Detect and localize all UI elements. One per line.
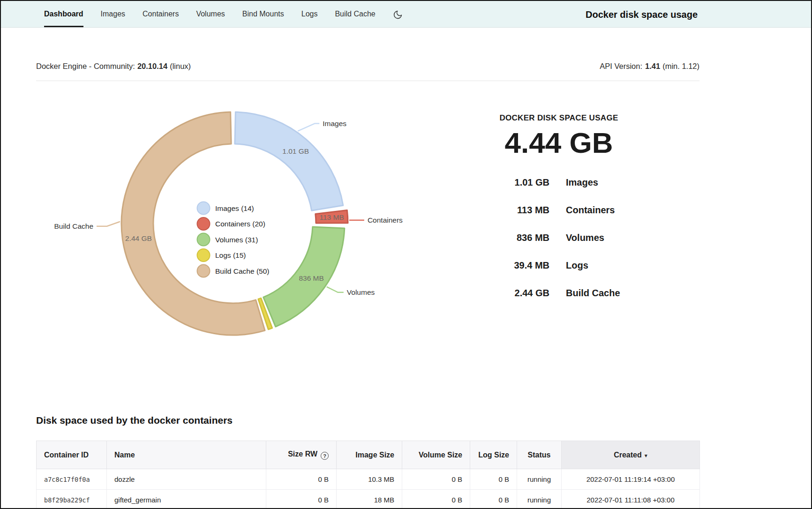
api-version: 1.41: [645, 62, 660, 70]
col-header-name[interactable]: Name: [107, 441, 266, 469]
segment-size-label: 2.44 GB: [125, 234, 152, 242]
table-row: b8f29ba229cfgifted_germain0 B18 MB0 B0 B…: [37, 490, 700, 509]
docker-disk-usage-page: DashboardImagesContainersVolumesBind Mou…: [0, 0, 812, 509]
cell-log-size: 0 B: [470, 469, 517, 490]
summary-rows: 1.01 GBImages113 MBContainers836 MBVolum…: [470, 175, 648, 300]
theme-toggle-button[interactable]: [393, 1, 403, 27]
summary-label: Build Cache: [566, 286, 620, 300]
legend-label-logs: Logs (15): [215, 251, 246, 259]
legend-swatch-containers: [197, 217, 210, 230]
callout-line-images: [298, 124, 319, 131]
engine-label: Docker Engine - Community:: [36, 62, 135, 71]
cell-image-size: 10.3 MB: [337, 469, 402, 490]
callout-line-build-cache: [97, 222, 120, 226]
app-title: Docker disk space usage: [586, 1, 698, 27]
cell-log-size: 0 B: [470, 490, 517, 509]
callout-label-images: Images: [323, 120, 346, 127]
summary-label: Containers: [566, 203, 615, 217]
col-header-log-size[interactable]: Log Size: [470, 441, 517, 469]
summary-label: Logs: [566, 258, 588, 272]
legend-swatch-volumes: [197, 233, 210, 246]
cell-size-rw: 0 B: [266, 490, 337, 509]
table-heading: Disk space used by the docker containers: [36, 413, 233, 427]
tab-build-cache[interactable]: Build Cache: [335, 1, 375, 27]
legend-label-build-cache: Build Cache (50): [215, 267, 269, 275]
tab-bind-mounts[interactable]: Bind Mounts: [242, 1, 284, 27]
callout-label-volumes: Volumes: [347, 288, 375, 296]
cell-container-id: a7c8c17f0f0a: [37, 469, 107, 490]
callout-line-volumes: [327, 287, 344, 292]
table-row: a7c8c17f0f0adozzle0 B10.3 MB0 B0 Brunnin…: [37, 469, 700, 490]
cell-size-rw: 0 B: [266, 469, 337, 490]
tab-volumes[interactable]: Volumes: [196, 1, 225, 27]
engine-info-row: Docker Engine - Community: 20.10.14 (lin…: [36, 58, 699, 74]
api-label: API Version:: [600, 62, 642, 70]
top-nav-bar: DashboardImagesContainersVolumesBind Mou…: [1, 1, 811, 28]
tab-images[interactable]: Images: [101, 1, 125, 27]
summary-value: 2.44 GB: [470, 286, 549, 300]
help-icon[interactable]: ?: [321, 452, 329, 460]
cell-name: gifted_germain: [107, 490, 266, 509]
cell-status: running: [517, 469, 562, 490]
col-header-label: Name: [114, 451, 135, 459]
col-header-label: Volume Size: [419, 451, 462, 459]
summary-value: 39.4 MB: [470, 258, 549, 272]
col-header-volume-size[interactable]: Volume Size: [402, 441, 470, 469]
api-min: (min. 1.12): [662, 62, 699, 70]
col-header-label: Log Size: [478, 451, 509, 459]
summary-row-build-cache: 2.44 GBBuild Cache: [470, 286, 648, 300]
cell-status: running: [517, 490, 562, 509]
moon-icon: [393, 10, 403, 20]
summary-row-volumes: 836 MBVolumes: [470, 231, 648, 245]
summary-total: 4.44 GB: [470, 127, 648, 159]
col-header-label: Status: [528, 451, 551, 459]
legend-swatch-images: [197, 202, 210, 215]
summary-label: Images: [566, 175, 598, 189]
col-header-label: Created: [614, 451, 642, 459]
cell-volume-size: 0 B: [402, 490, 470, 509]
col-header-size-rw[interactable]: Size RW?: [266, 441, 337, 469]
summary-row-images: 1.01 GBImages: [470, 175, 648, 189]
summary-value: 836 MB: [470, 231, 549, 245]
col-header-label: Container ID: [44, 451, 89, 459]
cell-name: dozzle: [107, 469, 266, 490]
tab-dashboard[interactable]: Dashboard: [44, 1, 83, 27]
tab-containers[interactable]: Containers: [143, 1, 179, 27]
nav-items: DashboardImagesContainersVolumesBind Mou…: [1, 1, 376, 27]
cell-image-size: 18 MB: [337, 490, 402, 509]
table-body: a7c8c17f0f0adozzle0 B10.3 MB0 B0 Brunnin…: [37, 469, 700, 509]
summary-row-containers: 113 MBContainers: [470, 203, 648, 217]
col-header-label: Size RW: [288, 450, 317, 458]
legend-label-containers: Containers (20): [215, 220, 265, 228]
sort-desc-icon: ▾: [645, 452, 647, 459]
col-header-image-size[interactable]: Image Size: [337, 441, 402, 469]
summary-title: DOCKER DISK SPACE USAGE: [470, 113, 648, 123]
col-header-label: Image Size: [355, 451, 394, 459]
table-header-row: Container IDNameSize RW?Image SizeVolume…: [37, 441, 700, 469]
legend-swatch-build-cache: [197, 265, 210, 277]
summary-label: Volumes: [566, 231, 604, 245]
summary-row-logs: 39.4 MBLogs: [470, 258, 648, 272]
col-header-status[interactable]: Status: [517, 441, 562, 469]
col-header-container-id[interactable]: Container ID: [37, 441, 107, 469]
engine-version: 20.10.14: [137, 62, 167, 71]
col-header-created[interactable]: Created▾: [562, 441, 700, 469]
containers-table: Container IDNameSize RW?Image SizeVolume…: [36, 441, 700, 509]
cell-created: 2022-07-01 11:19:14 +03:00: [562, 469, 700, 490]
callout-label-containers: Containers: [368, 216, 403, 224]
tab-logs[interactable]: Logs: [301, 1, 318, 27]
summary-value: 1.01 GB: [470, 175, 549, 189]
table-head: Container IDNameSize RW?Image SizeVolume…: [37, 441, 700, 469]
cell-container-id: b8f29ba229cf: [37, 490, 107, 509]
legend-label-volumes: Volumes (31): [215, 236, 258, 244]
cell-volume-size: 0 B: [402, 469, 470, 490]
segment-size-label: 1.01 GB: [282, 147, 309, 155]
engine-platform: (linux): [170, 62, 191, 71]
callout-label-build-cache: Build Cache: [54, 222, 93, 230]
cell-created: 2022-07-01 11:11:08 +03:00: [562, 490, 700, 509]
disk-usage-donut-chart: 1.01 GBImages113 MBContainers836 MBVolum…: [1, 76, 460, 385]
legend-swatch-logs: [197, 249, 210, 262]
legend-label-images: Images (14): [215, 204, 254, 212]
summary-value: 113 MB: [470, 203, 549, 217]
api-version-info: API Version:1.41(min. 1.12): [600, 62, 699, 71]
